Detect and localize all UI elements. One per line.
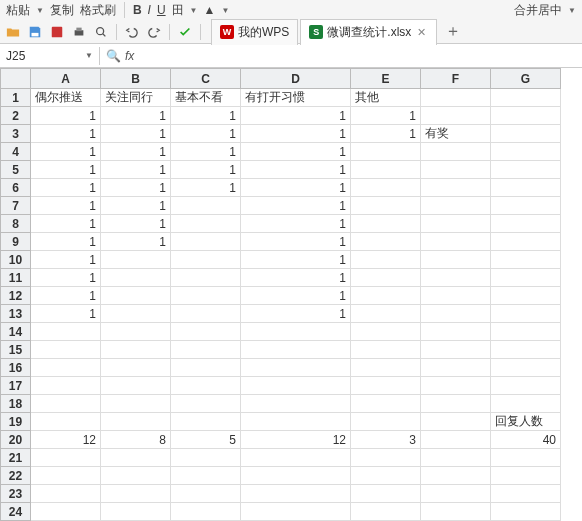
cell-E20[interactable]: 3 xyxy=(351,431,421,449)
cell-B12[interactable] xyxy=(101,287,171,305)
cell-A8[interactable]: 1 xyxy=(31,215,101,233)
row-head-21[interactable]: 21 xyxy=(1,449,31,467)
cell-D12[interactable]: 1 xyxy=(241,287,351,305)
grid[interactable]: ABCDEFG1偶尔推送关注同行基本不看有打开习惯其他211111311111有… xyxy=(0,68,582,521)
zoom-icon[interactable]: 🔍 xyxy=(106,49,121,63)
cell-E12[interactable] xyxy=(351,287,421,305)
save-icon[interactable] xyxy=(26,23,44,41)
cell-E2[interactable]: 1 xyxy=(351,107,421,125)
cell-C8[interactable] xyxy=(171,215,241,233)
cell-C6[interactable]: 1 xyxy=(171,179,241,197)
cell-G22[interactable] xyxy=(491,467,561,485)
cell-C18[interactable] xyxy=(171,395,241,413)
cell-A17[interactable] xyxy=(31,377,101,395)
name-box[interactable]: J25 ▼ xyxy=(0,47,100,65)
row-head-20[interactable]: 20 xyxy=(1,431,31,449)
row-head-23[interactable]: 23 xyxy=(1,485,31,503)
col-head-B[interactable]: B xyxy=(101,69,171,89)
row-head-2[interactable]: 2 xyxy=(1,107,31,125)
cell-G13[interactable] xyxy=(491,305,561,323)
cell-E1[interactable]: 其他 xyxy=(351,89,421,107)
cell-A13[interactable]: 1 xyxy=(31,305,101,323)
cell-A24[interactable] xyxy=(31,503,101,521)
select-all-corner[interactable] xyxy=(1,69,31,89)
row-head-8[interactable]: 8 xyxy=(1,215,31,233)
cell-A16[interactable] xyxy=(31,359,101,377)
copy-label[interactable]: 复制 xyxy=(50,2,74,19)
cell-C17[interactable] xyxy=(171,377,241,395)
cell-A9[interactable]: 1 xyxy=(31,233,101,251)
row-head-15[interactable]: 15 xyxy=(1,341,31,359)
open-icon[interactable] xyxy=(4,23,22,41)
cell-F2[interactable] xyxy=(421,107,491,125)
cell-G10[interactable] xyxy=(491,251,561,269)
cell-D24[interactable] xyxy=(241,503,351,521)
cell-D17[interactable] xyxy=(241,377,351,395)
cell-D13[interactable]: 1 xyxy=(241,305,351,323)
cell-D10[interactable]: 1 xyxy=(241,251,351,269)
cell-B4[interactable]: 1 xyxy=(101,143,171,161)
cell-D9[interactable]: 1 xyxy=(241,233,351,251)
cell-B18[interactable] xyxy=(101,395,171,413)
row-head-24[interactable]: 24 xyxy=(1,503,31,521)
cell-D15[interactable] xyxy=(241,341,351,359)
cell-E21[interactable] xyxy=(351,449,421,467)
cell-C24[interactable] xyxy=(171,503,241,521)
row-head-6[interactable]: 6 xyxy=(1,179,31,197)
cell-G18[interactable] xyxy=(491,395,561,413)
cell-F22[interactable] xyxy=(421,467,491,485)
cell-B16[interactable] xyxy=(101,359,171,377)
cell-G9[interactable] xyxy=(491,233,561,251)
cell-A3[interactable]: 1 xyxy=(31,125,101,143)
cell-G12[interactable] xyxy=(491,287,561,305)
cell-G6[interactable] xyxy=(491,179,561,197)
check-icon[interactable] xyxy=(176,23,194,41)
cell-C12[interactable] xyxy=(171,287,241,305)
cell-F12[interactable] xyxy=(421,287,491,305)
row-head-14[interactable]: 14 xyxy=(1,323,31,341)
cell-F24[interactable] xyxy=(421,503,491,521)
cell-B23[interactable] xyxy=(101,485,171,503)
cell-A6[interactable]: 1 xyxy=(31,179,101,197)
row-head-22[interactable]: 22 xyxy=(1,467,31,485)
col-head-G[interactable]: G xyxy=(491,69,561,89)
cell-E16[interactable] xyxy=(351,359,421,377)
cell-A12[interactable]: 1 xyxy=(31,287,101,305)
border-icon[interactable]: 田 xyxy=(172,2,184,19)
cell-G14[interactable] xyxy=(491,323,561,341)
cell-B11[interactable] xyxy=(101,269,171,287)
tab-wps[interactable]: W 我的WPS xyxy=(211,19,298,45)
col-head-D[interactable]: D xyxy=(241,69,351,89)
cell-G21[interactable] xyxy=(491,449,561,467)
cell-C22[interactable] xyxy=(171,467,241,485)
cell-G2[interactable] xyxy=(491,107,561,125)
cell-E17[interactable] xyxy=(351,377,421,395)
cell-E10[interactable] xyxy=(351,251,421,269)
cell-E13[interactable] xyxy=(351,305,421,323)
cell-B2[interactable]: 1 xyxy=(101,107,171,125)
cell-A7[interactable]: 1 xyxy=(31,197,101,215)
row-head-18[interactable]: 18 xyxy=(1,395,31,413)
cell-F13[interactable] xyxy=(421,305,491,323)
cell-B6[interactable]: 1 xyxy=(101,179,171,197)
cell-F23[interactable] xyxy=(421,485,491,503)
cell-A20[interactable]: 12 xyxy=(31,431,101,449)
cell-B7[interactable]: 1 xyxy=(101,197,171,215)
cell-D4[interactable]: 1 xyxy=(241,143,351,161)
col-head-E[interactable]: E xyxy=(351,69,421,89)
cell-F15[interactable] xyxy=(421,341,491,359)
cell-B8[interactable]: 1 xyxy=(101,215,171,233)
cell-E23[interactable] xyxy=(351,485,421,503)
cell-D3[interactable]: 1 xyxy=(241,125,351,143)
cell-C23[interactable] xyxy=(171,485,241,503)
cell-B10[interactable] xyxy=(101,251,171,269)
cell-F11[interactable] xyxy=(421,269,491,287)
cell-C10[interactable] xyxy=(171,251,241,269)
cell-G5[interactable] xyxy=(491,161,561,179)
add-tab-icon[interactable]: ＋ xyxy=(439,19,467,44)
cell-E6[interactable] xyxy=(351,179,421,197)
row-head-12[interactable]: 12 xyxy=(1,287,31,305)
cell-B21[interactable] xyxy=(101,449,171,467)
close-icon[interactable]: ✕ xyxy=(415,26,428,39)
cell-A22[interactable] xyxy=(31,467,101,485)
